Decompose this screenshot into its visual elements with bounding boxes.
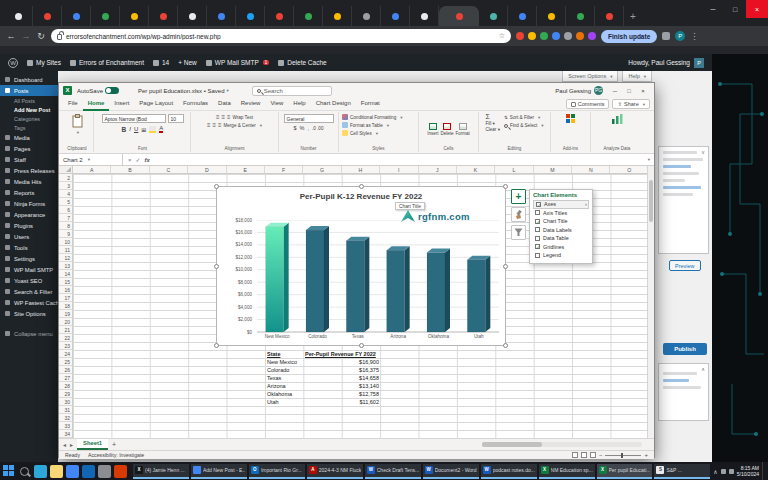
screen-options-tab[interactable]: Screen Options▾ — [562, 71, 618, 82]
sheet-nav-right-icon[interactable]: ▸ — [70, 441, 73, 448]
minimize-icon[interactable]: ─ — [702, 0, 724, 18]
taskbar-window-4-jamie-henn[interactable]: X(4) Jamie Henn ... — [133, 464, 189, 479]
adminbar-item-14[interactable]: 14 — [153, 59, 169, 66]
taskbar-window-s-p[interactable]: SS&P ... — [654, 464, 710, 479]
browser-tab[interactable] — [207, 6, 236, 26]
ribbon-tab-help[interactable]: Help — [288, 97, 310, 111]
sidebar-item-users[interactable]: Users — [0, 231, 58, 242]
analyze-data-button[interactable] — [591, 112, 643, 146]
row-header-10[interactable]: 10 — [59, 238, 72, 246]
row-header-6[interactable]: 6 — [59, 206, 72, 214]
autosave-toggle[interactable]: AutoSave — [77, 87, 119, 94]
column-header-i[interactable]: I — [380, 166, 418, 173]
cell-value-utah[interactable]: $11,602 — [339, 398, 379, 406]
row-header-12[interactable]: 12 — [59, 254, 72, 262]
adminbar-item-wordpress-logo[interactable]: W — [8, 58, 18, 68]
page-url[interactable]: errorsofenchantment.com/wp/wp-admin/post… — [66, 33, 221, 40]
cell-value-texas[interactable]: $14,658 — [339, 374, 379, 382]
cell-state-utah[interactable]: Utah — [267, 398, 279, 406]
file-name[interactable]: Per pupil Education.xlsx • Saved▾ — [138, 88, 229, 94]
row-header-24[interactable]: 24 — [59, 350, 72, 358]
browser-tab[interactable] — [381, 6, 410, 26]
autosum-button[interactable]: Σ — [485, 113, 500, 120]
formula-bar-expand-icon[interactable]: ▾ — [648, 157, 650, 162]
browser-tab[interactable] — [4, 6, 33, 26]
row-header-4[interactable]: 4 — [59, 190, 72, 198]
cell-revenue-header[interactable]: Per-Pupil Revenue FY 2022 — [305, 350, 376, 358]
adminbar-item-new[interactable]: + New — [178, 59, 197, 66]
adminbar-item-errors-of-enchantment[interactable]: Errors of Enchantment — [70, 59, 144, 66]
borders-button[interactable]: ⊞ — [141, 126, 146, 133]
adminbar-item-delete-cache[interactable]: Delete Cache — [278, 59, 326, 66]
adminbar-item-my-sites[interactable]: My Sites — [27, 59, 61, 66]
column-header-o[interactable]: O — [610, 166, 648, 173]
sidebar-item-reports[interactable]: Reports — [0, 187, 58, 198]
column-header-f[interactable]: F — [265, 166, 303, 173]
extension-icon[interactable] — [576, 32, 584, 40]
browser-tab[interactable] — [91, 6, 120, 26]
browser-tab[interactable] — [33, 6, 62, 26]
conditional-formatting-button[interactable]: Conditional Formatting▾ — [342, 114, 402, 120]
row-header-25[interactable]: 25 — [59, 358, 72, 366]
maximize-icon[interactable]: □ — [622, 88, 636, 94]
cell-state-arizona[interactable]: Arizona — [267, 382, 286, 390]
sidebar-item-wp-fastest-cache[interactable]: WP Fastest Cache — [0, 297, 58, 308]
taskbar-window-check-draft-tens[interactable]: WCheck Draft Tens... — [365, 464, 421, 479]
sort-filter-button[interactable]: ⇅Sort & Filter▾ — [504, 115, 544, 120]
browser-tab[interactable] — [479, 6, 508, 26]
row-header-28[interactable]: 28 — [59, 382, 72, 390]
column-header-a[interactable]: A — [73, 166, 111, 173]
account-name[interactable]: Paul Gessing PG — [555, 86, 603, 95]
close-icon[interactable]: × — [636, 88, 650, 94]
sidebar-item-media-hits[interactable]: Media Hits — [0, 176, 58, 187]
wrap-text-button[interactable]: Wrap Text — [233, 115, 254, 120]
row-header-3[interactable]: 3 — [59, 182, 72, 190]
cancel-icon[interactable]: × — [128, 157, 132, 163]
taskbar-app-icon[interactable] — [50, 465, 63, 478]
column-header-m[interactable]: M — [534, 166, 572, 173]
row-header-30[interactable]: 30 — [59, 398, 72, 406]
sidebar-item-media[interactable]: Media — [0, 132, 58, 143]
percent-button[interactable]: % — [300, 125, 305, 131]
font-size-select[interactable]: 10 — [168, 114, 184, 123]
selection-handle[interactable] — [214, 264, 219, 269]
column-header-c[interactable]: C — [150, 166, 188, 173]
italic-button[interactable]: I — [129, 126, 131, 132]
row-header-31[interactable]: 31 — [59, 406, 72, 414]
row-header-27[interactable]: 27 — [59, 374, 72, 382]
selection-handle[interactable] — [503, 184, 508, 189]
selection-handle[interactable] — [214, 184, 219, 189]
sidebar-item-categories[interactable]: Categories — [0, 114, 58, 123]
selection-handle[interactable] — [503, 264, 508, 269]
sidebar-item-site-options[interactable]: Site Options — [0, 308, 58, 319]
vertical-scrollbar[interactable] — [647, 166, 654, 438]
browser-tab[interactable] — [323, 6, 352, 26]
page-break-view-icon[interactable] — [590, 452, 596, 458]
chart-title[interactable]: Per-Pupil K-12 Revenue FY 2022 — [217, 192, 505, 201]
row-header-32[interactable]: 32 — [59, 414, 72, 422]
collapse-caret-icon[interactable]: ∨ — [701, 149, 705, 155]
taskbar-window-2024-4-3-nm-fluck[interactable]: A2024-4-3 NM Fluck... — [307, 464, 363, 479]
column-header-h[interactable]: H — [342, 166, 380, 173]
ribbon-tab-home[interactable]: Home — [83, 97, 110, 111]
normal-view-icon[interactable] — [572, 452, 578, 458]
row-header-18[interactable]: 18 — [59, 302, 72, 310]
taskbar-window-important-rio-gr[interactable]: OImportant Rio Gr... — [249, 464, 305, 479]
extension-icon[interactable] — [588, 32, 596, 40]
taskbar-app-icon[interactable] — [114, 465, 127, 478]
column-header-e[interactable]: E — [227, 166, 265, 173]
ribbon-tab-formulas[interactable]: Formulas — [178, 97, 213, 111]
font-name-select[interactable]: Aptos Narrow (Bod — [102, 114, 166, 123]
align-bottom-button[interactable]: ≡ — [227, 114, 231, 120]
checkbox[interactable] — [535, 210, 540, 215]
row-header-5[interactable]: 5 — [59, 198, 72, 206]
sheet-nav-left-icon[interactable]: ◂ — [63, 441, 66, 448]
preview-button[interactable]: Preview — [669, 260, 701, 271]
browser-tab[interactable] — [508, 6, 537, 26]
fill-color-button[interactable] — [149, 126, 156, 133]
taskbar-app-icon[interactable] — [82, 465, 95, 478]
checkbox[interactable]: ✓ — [536, 202, 541, 207]
formula-input[interactable] — [155, 154, 646, 165]
adminbar-item-wp-mail-smtp[interactable]: WP Mail SMTP1 — [206, 59, 269, 66]
browser-tab[interactable] — [265, 6, 294, 26]
